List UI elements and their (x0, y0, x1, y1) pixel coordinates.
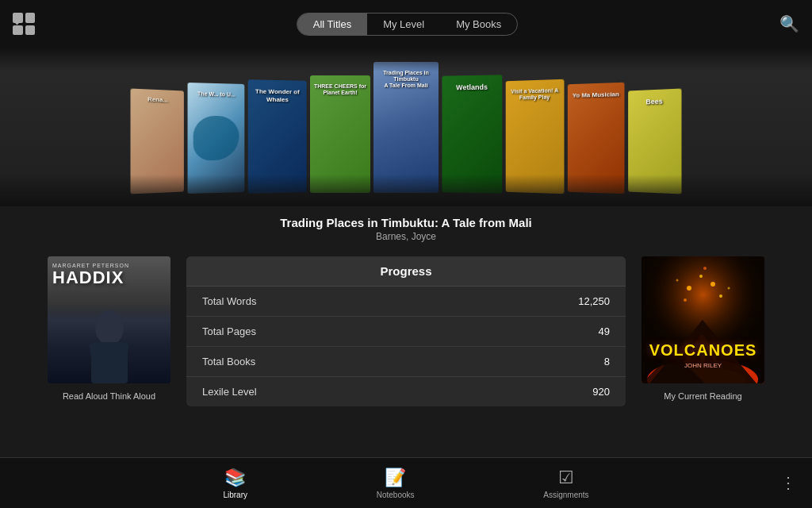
left-book-label: Read Aloud Think Aloud (48, 388, 170, 404)
svg-point-0 (95, 310, 124, 345)
progress-header: Progress (186, 256, 626, 287)
selected-book-info: Trading Places in Timbuktu: A Tale from … (0, 206, 812, 247)
selected-book-author: Barnes, Joyce (0, 231, 812, 242)
left-book-card[interactable]: MARGARET PETERSON HADDIX Read Aloud Thin… (48, 256, 170, 404)
progress-value-lexile: 920 (439, 377, 626, 407)
tab-my-books[interactable]: My Books (440, 13, 517, 35)
progress-value-pages: 49 (439, 317, 626, 347)
haddix-cover-bg: MARGARET PETERSON HADDIX (48, 256, 170, 383)
svg-point-11 (684, 298, 687, 302)
table-row: Total Pages 49 (186, 317, 626, 347)
bottom-nav: 📚 Library 📝 Notebooks ☑ Assignments ⋮ (0, 457, 812, 508)
progress-label-words: Total Words (186, 287, 439, 317)
right-book-label: My Current Reading (642, 388, 764, 404)
nav-assignments-label: Assignments (543, 491, 588, 499)
volcanoes-title-text: VOLCANOES (642, 341, 764, 360)
progress-label-lexile: Lexile Level (186, 377, 439, 407)
nav-library-label: Library (223, 491, 247, 499)
assignments-icon: ☑ (558, 468, 574, 488)
top-bar: ⬇ All Titles My Level My Books 🔍 (0, 0, 812, 48)
library-icon: 📚 (224, 468, 246, 488)
volcanoes-subtitle-text: JOHN RILEY (642, 362, 764, 369)
selected-book-title: Trading Places in Timbuktu: A Tale from … (0, 216, 812, 229)
notebooks-icon: 📝 (385, 468, 406, 488)
bookshelf-shadow-top (0, 48, 812, 71)
volcanoes-cover: VOLCANOES JOHN RILEY (642, 256, 764, 383)
nav-library[interactable]: 📚 Library (207, 461, 263, 506)
tab-all-titles[interactable]: All Titles (297, 13, 367, 35)
progress-card: Progress Total Words 12,250 Total Pages … (186, 256, 626, 406)
more-icon[interactable]: ⋮ (780, 473, 796, 492)
bookshelf-area: Rena... The W... to U... The Wonder of W… (0, 48, 812, 206)
svg-point-15 (728, 287, 730, 290)
table-row: Total Books 8 (186, 347, 626, 377)
bookshelf-shadow-bottom (0, 175, 812, 206)
progress-label-books: Total Books (186, 347, 439, 377)
filter-tabs: All Titles My Level My Books (297, 13, 519, 36)
svg-point-10 (710, 282, 715, 287)
nav-notebooks-label: Notebooks (377, 491, 415, 499)
right-book-card[interactable]: VOLCANOES JOHN RILEY My Current Reading (642, 256, 764, 404)
progress-label-pages: Total Pages (186, 317, 439, 347)
tab-my-level[interactable]: My Level (367, 13, 440, 35)
haddix-cover: MARGARET PETERSON HADDIX (48, 256, 170, 383)
haddix-person-figure (48, 304, 170, 383)
haddix-name: HADDIX (52, 269, 166, 287)
download-icon[interactable]: ⬇ (11, 11, 23, 29)
main-content: MARGARET PETERSON HADDIX Read Aloud Thin… (0, 247, 812, 416)
progress-value-words: 12,250 (439, 287, 626, 317)
table-row: Total Words 12,250 (186, 287, 626, 317)
top-bar-left: ⬇ (13, 13, 35, 35)
book-item-selected[interactable]: Trading Places in TimbuktuA Tale From Ma… (373, 62, 439, 193)
table-row: Lexile Level 920 (186, 377, 626, 407)
progress-value-books: 8 (439, 347, 626, 377)
svg-point-13 (703, 267, 707, 270)
progress-table: Total Words 12,250 Total Pages 49 Total … (186, 287, 626, 406)
svg-point-8 (687, 286, 691, 291)
haddix-title-area: MARGARET PETERSON HADDIX (52, 263, 166, 287)
search-icon[interactable]: 🔍 (779, 14, 799, 33)
svg-point-12 (719, 294, 722, 298)
svg-point-9 (699, 275, 703, 278)
nav-notebooks[interactable]: 📝 Notebooks (361, 461, 431, 506)
nav-assignments[interactable]: ☑ Assignments (527, 461, 604, 506)
svg-point-14 (676, 279, 679, 282)
